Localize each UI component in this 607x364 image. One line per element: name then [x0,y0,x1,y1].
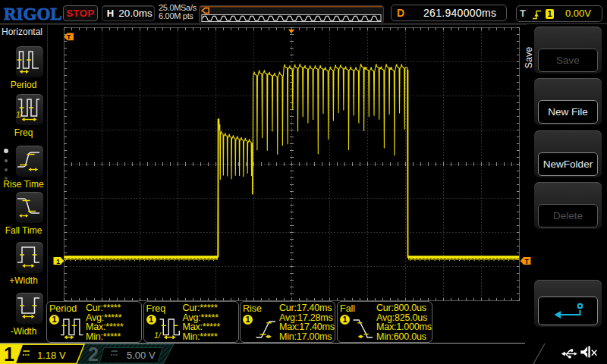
svg-text:T: T [67,33,71,41]
svg-text:T: T [524,258,529,265]
svg-text:1: 1 [56,258,60,265]
